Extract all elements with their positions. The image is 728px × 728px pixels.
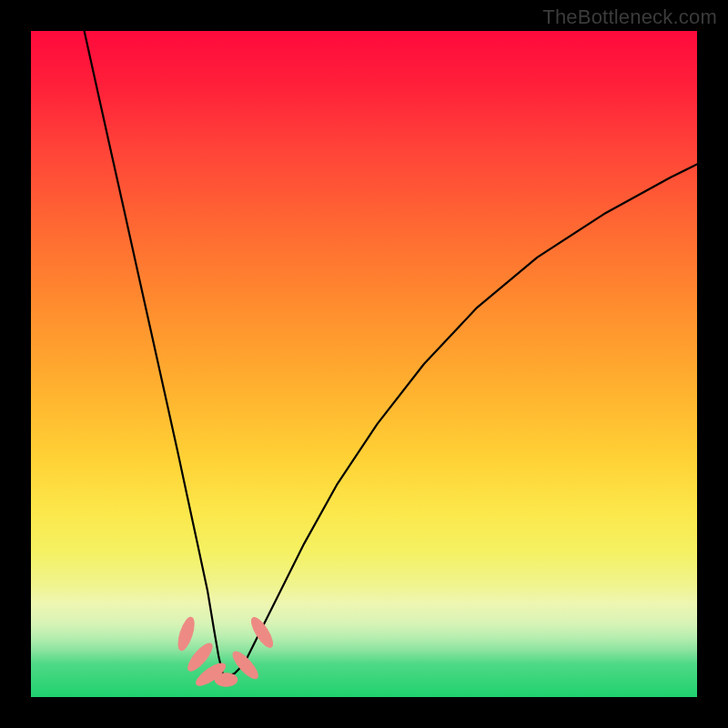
curve-marker <box>215 673 238 687</box>
watermark-text: TheBottleneck.com <box>542 5 717 29</box>
chart-svg <box>31 31 697 697</box>
curve-marker <box>248 614 276 650</box>
chart-frame: TheBottleneck.com <box>0 0 728 728</box>
bottleneck-curve <box>85 31 697 676</box>
curve-marker <box>175 615 197 652</box>
chart-plot-area <box>31 31 697 697</box>
curve-markers <box>175 614 276 689</box>
